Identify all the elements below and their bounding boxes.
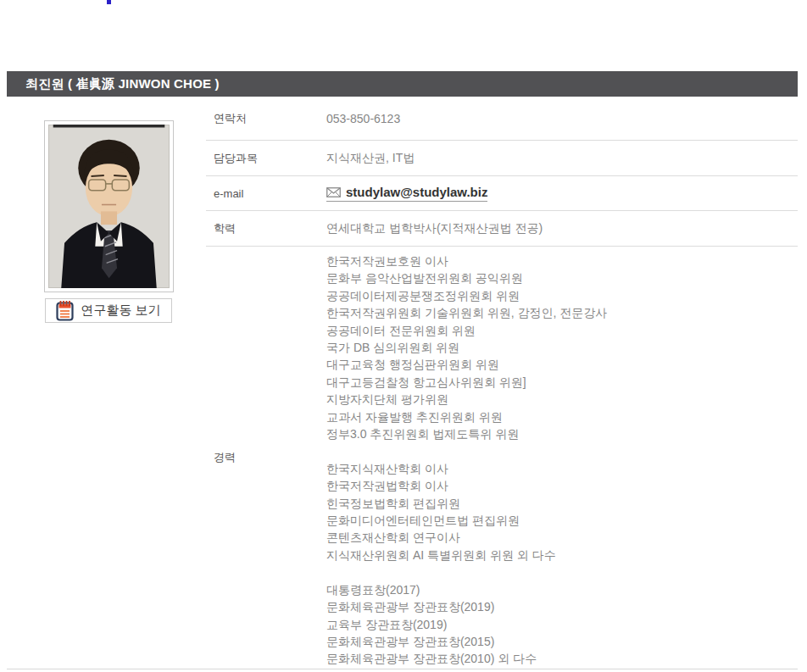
career-line: 지방자치단체 평가위원 [326, 391, 607, 408]
professor-name: 최진원 ( 崔眞源 JINWON CHOE ) [25, 76, 220, 92]
career-line: 문화부 음악산업발전위원회 공익위원 [326, 269, 607, 286]
profile-photo [44, 120, 174, 292]
field-label-contact: 연락처 [214, 111, 326, 126]
bottom-divider [7, 669, 798, 669]
career-line: 한국저작권법학회 이사 [326, 477, 607, 494]
career-line: 교육부 장관표창(2019) [326, 616, 607, 633]
notepad-icon [56, 300, 74, 321]
career-line: 국가 DB 심의위원회 위원 [326, 339, 607, 356]
info-row-email: e-mail studylaw@studylaw.biz [206, 176, 798, 211]
career-line [326, 442, 607, 459]
blue-dot-artifact [107, 0, 111, 4]
info-table: 연락처 053-850-6123 담당과목 지식재산권, IT법 e-mail … [206, 97, 798, 669]
profile-header-bar: 최진원 ( 崔眞源 JINWON CHOE ) [7, 71, 798, 97]
info-row-contact: 연락처 053-850-6123 [206, 97, 798, 141]
email-text: studylaw@studylaw.biz [346, 185, 487, 199]
envelope-icon [326, 187, 341, 197]
career-line: 공공데이터 전문위원회 위원 [326, 322, 607, 339]
career-line: 대구고등검찰청 항고심사위원회 위원] [326, 374, 607, 391]
career-line: 문화체육관광부 장관표창(2010) 외 다수 [326, 650, 607, 667]
portrait-image [48, 125, 170, 288]
career-line: 문화체육관광부 장관표창(2015) [326, 633, 607, 650]
career-line: 한국지식재산학회 이사 [326, 460, 607, 477]
email-link[interactable]: studylaw@studylaw.biz [326, 185, 487, 202]
field-label-career: 경력 [214, 450, 326, 465]
field-label-subjects: 담당과목 [214, 151, 326, 166]
career-line: 한국저작권보호원 이사 [326, 253, 607, 269]
field-label-email: e-mail [214, 187, 326, 200]
field-value-education: 연세대학교 법학박사(지적재산권법 전공) [326, 221, 543, 236]
field-value-subjects: 지식재산권, IT법 [326, 151, 415, 166]
info-row-career: 경력 한국저작권보호원 이사 문화부 음악산업발전위원회 공익위원 공공데이터제… [206, 247, 798, 669]
career-line: 콘텐츠재산학회 연구이사 [326, 529, 607, 546]
career-line: 정부3.0 추진위원회 법제도특위 위원 [326, 425, 607, 442]
research-button-label: 연구활동 보기 [81, 303, 160, 319]
info-row-subjects: 담당과목 지식재산권, IT법 [206, 141, 798, 176]
career-line: 문화미디어엔터테인먼트법 편집위원 [326, 512, 607, 529]
career-line: 한국저작권위원회 기술위원회 위원, 감정인, 전문강사 [326, 304, 607, 321]
professor-profile-page: 최진원 ( 崔眞源 JINWON CHOE ) [0, 0, 807, 672]
career-line: 힌국정보법학회 편집위원 [326, 495, 607, 512]
career-line: 대구교육청 행정심판위원회 위원 [326, 356, 607, 373]
career-line: 대통령표창(2017) [326, 581, 607, 598]
career-line: 지식재산위원회 AI 특별위원회 위원 외 다수 [326, 547, 607, 564]
field-value-contact: 053-850-6123 [326, 112, 400, 125]
info-row-education: 학력 연세대학교 법학박사(지적재산권법 전공) [206, 211, 798, 247]
career-line [326, 564, 607, 580]
career-list: 한국저작권보호원 이사 문화부 음악산업발전위원회 공익위원 공공데이터제공분쟁… [326, 247, 607, 669]
research-activity-button[interactable]: 연구활동 보기 [45, 298, 172, 323]
career-line: 공공데이터제공분쟁조정위원회 위원 [326, 287, 607, 304]
career-line: 문화체육관광부 장관표창(2019) [326, 598, 607, 615]
field-label-education: 학력 [214, 221, 326, 236]
career-line: 교과서 자율발행 추진위원회 위원 [326, 408, 607, 425]
